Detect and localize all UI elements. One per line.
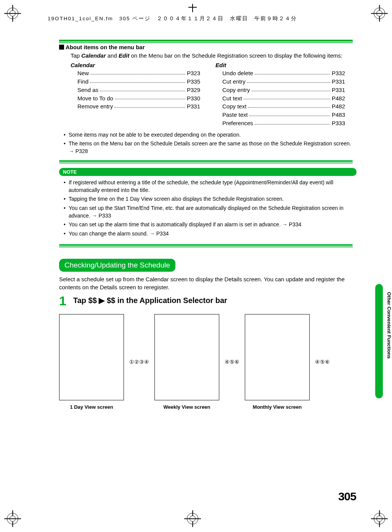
bullet-icon: • (64, 221, 66, 229)
toc-row: Remove entryP331 (71, 102, 200, 111)
bullet-icon: • (64, 131, 66, 139)
about-title-text: About items on the menu bar (66, 44, 145, 50)
menu-columns: Calendar NewP323 FindP335 Send asP329 Mo… (71, 62, 353, 127)
about-heading: About items on the menu bar (59, 44, 353, 50)
screen-label: Weekly View screen (154, 404, 219, 410)
calendar-menu-column: Calendar NewP323 FindP335 Send asP329 Mo… (71, 62, 200, 127)
section-description: Select a schedule set up from the Calend… (59, 276, 353, 291)
side-tab-label: Other Convenient Functions (384, 292, 392, 359)
bullet-icon: • (64, 205, 66, 219)
note-text: You can change the alarm sound. → P334 (69, 230, 169, 238)
note-text: If registered without entering a title o… (69, 179, 353, 194)
green-divider (59, 160, 353, 162)
step-title: Tap $$ ▶ $$ in the Application Selector … (73, 296, 227, 305)
about-intro: Tap Calendar and Edit on the Menu bar on… (71, 52, 353, 60)
square-bullet-icon (59, 45, 64, 50)
screen-label: 1 Day View screen (59, 404, 124, 410)
side-tab-accent (375, 284, 383, 398)
section-title: Checking/Updating the Schedule (59, 259, 175, 272)
step-number: 1 (59, 294, 66, 307)
toc-row: Undo deleteP332 (215, 69, 345, 77)
toc-row: NewP323 (71, 69, 200, 77)
monthly-view-screenshot (245, 314, 310, 400)
toc-row: FindP335 (71, 77, 200, 86)
page-number: 305 (338, 490, 356, 503)
green-divider (59, 244, 353, 246)
edit-menu-column: Edit Undo deleteP332 Cut entryP331 Copy … (215, 62, 345, 127)
screen-label: Monthly View screen (245, 404, 310, 410)
toc-row: Move to To doP330 (71, 94, 200, 103)
toc-row: Copy textP482 (215, 102, 345, 111)
note-text: Some items may not be able to be execute… (69, 131, 241, 139)
screen-row: 1 Day View screen ①②③④ Weekly View scree… (59, 314, 353, 410)
step-1: 1 Tap $$ ▶ $$ in the Application Selecto… (59, 294, 353, 307)
bullet-icon: • (64, 140, 66, 155)
note-list: •If registered without entering a title … (64, 179, 353, 237)
green-divider (59, 40, 353, 42)
toc-row: Send asP329 (71, 86, 200, 94)
weekly-view-screenshot (154, 314, 219, 400)
toc-row: Cut textP482 (215, 94, 345, 103)
toc-row: PreferencesP333 (215, 119, 345, 127)
circled-annot: ④⑤⑥ (315, 359, 330, 365)
toc-row: Cut entryP331 (215, 77, 345, 86)
bullet-icon: • (64, 195, 66, 203)
note-text: Tapping the time on the 1 Day View scree… (69, 195, 284, 203)
note-text: You can set up the Start Time/End Time, … (69, 205, 353, 219)
note-heading-pill: NOTE (59, 168, 357, 176)
note-text: The items on the Menu bar on the Schedul… (69, 140, 353, 155)
note-text: You can set up the alarm time that is au… (69, 221, 301, 229)
circled-annot: ④⑤⑥ (225, 359, 239, 365)
toc-row: Paste textP483 (215, 111, 345, 119)
notes-above-list: •Some items may not be able to be execut… (64, 131, 353, 155)
bullet-icon: • (64, 179, 66, 194)
calendar-column-title: Calendar (71, 62, 200, 68)
toc-row: Copy entryP331 (215, 86, 345, 94)
edit-column-title: Edit (215, 62, 345, 68)
bullet-icon: • (64, 230, 66, 238)
day-view-screenshot (59, 314, 124, 400)
source-file-header: 19OTH01_1col_EN.fm 305 ページ ２００４年１１月２４日 水… (48, 15, 297, 22)
circled-annot: ①②③④ (129, 359, 149, 365)
